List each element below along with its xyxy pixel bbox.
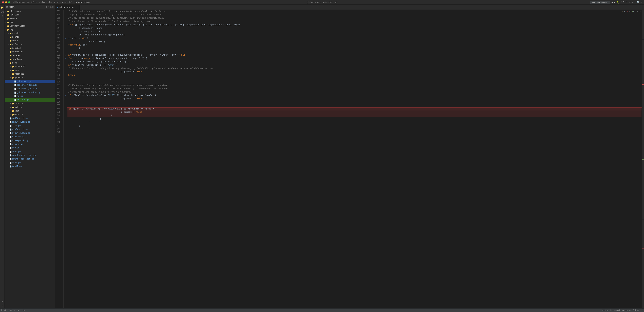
- tab-gdbserver[interactable]: ● gdbserver.go ✕: [55, 5, 80, 10]
- code-line-314[interactable]: p.conn.conn = conn: [67, 26, 642, 30]
- tree-item-astutil[interactable]: ▸📁astutil: [5, 31, 55, 35]
- code-line-323[interactable]: for _, v := range strings.Split(string(v…: [67, 57, 642, 60]
- tree-item-pkg[interactable]: ▾📂pkg: [5, 28, 55, 31]
- code-line-326[interactable]: // Workaround for https://bugs.llvm.org/…: [67, 67, 642, 70]
- code-line-312[interactable]: // and Connect will be unable to functio…: [67, 20, 642, 23]
- code-line-318[interactable]: conn.Close(): [67, 40, 642, 43]
- tree-item-config[interactable]: ▸📁config: [5, 35, 55, 39]
- tree-item-breakpoints-go[interactable]: 📄breakpoints.go: [5, 139, 55, 143]
- breadcrumb-delve[interactable]: delve: [39, 1, 46, 3]
- tree-item-gdbserver-go[interactable]: 📄gdbserver.go: [5, 80, 55, 83]
- breadcrumb-gdbserver[interactable]: gdbserver.go: [75, 1, 90, 3]
- tree-item-dump-go[interactable]: 📄dump.go: [5, 150, 55, 154]
- tree-item-amd64util[interactable]: ▸📁amd64util: [5, 65, 55, 68]
- code-line-342[interactable]: }: [67, 121, 642, 124]
- code-line-319[interactable]: return nil, err: [67, 43, 642, 47]
- tree-item-fbsdutil[interactable]: ▸📁fbsdutil: [5, 72, 55, 76]
- code-line-316[interactable]: err := p.conn.handshake(p.regnames): [67, 33, 642, 37]
- code-line-309[interactable]: // Path and pid are, respectively, the p…: [67, 10, 642, 13]
- tree-item-rr_test-go[interactable]: 📄rr_test.go: [5, 98, 55, 102]
- tree-sort-icon[interactable]: ⇅: [50, 5, 52, 8]
- sidebar-icon-structure[interactable]: ≡: [0, 299, 4, 303]
- breadcrumb-github[interactable]: github.com: [12, 1, 24, 3]
- chevron-up-icon[interactable]: ∧: [637, 10, 638, 13]
- tree-item-gdbserver_windows-go[interactable]: 📄gdbserver_windows.go: [5, 91, 55, 94]
- run-icon[interactable]: ▶: [612, 1, 613, 4]
- tree-item-assets[interactable]: ▸📁assets: [5, 17, 55, 20]
- git-check-icon[interactable]: ✓: [629, 1, 631, 4]
- code-line-311[interactable]: // some stubs do not provide ways to det…: [67, 16, 642, 20]
- debug-icon[interactable]: 🐛: [616, 1, 619, 4]
- code-line-331[interactable]: // Workaround for darwin arm64. Apple's …: [67, 84, 642, 87]
- git-diff-icon[interactable]: ✎: [632, 1, 633, 4]
- tree-item-disasm-go[interactable]: 📄disasm.go: [5, 143, 55, 146]
- sidebar-icon-favorites[interactable]: ★: [0, 304, 4, 308]
- code-line-336[interactable]: }: [67, 100, 642, 104]
- code-line-343[interactable]: }: [67, 124, 642, 127]
- tree-item-dwarf[interactable]: ▸📁dwarf: [5, 39, 55, 43]
- tree-item-gdbserial[interactable]: ▾📂gdbserial: [5, 76, 55, 80]
- sidebar-icon-commit[interactable]: ⎇: [0, 10, 4, 14]
- tree-item-arm64_arch-go[interactable]: 📄arm64_arch.go: [5, 128, 55, 131]
- tree-item-arm64_disasm-go[interactable]: 📄arm64_disasm.go: [5, 131, 55, 135]
- chevron-down-icon[interactable]: ∨: [640, 10, 641, 13]
- add-configuration-button[interactable]: Add Configuration...: [590, 1, 610, 4]
- tree-item-gdbserver_conn-go[interactable]: 📄gdbserver_conn.go: [5, 83, 55, 87]
- tree-item-gobuild[interactable]: ▸📁gobuild: [5, 46, 55, 50]
- code-line-334[interactable]: if v[len( v: "version:"):] == "1200" && …: [67, 94, 642, 97]
- tree-item-amd64_disasm-go[interactable]: 📄amd64_disasm.go: [5, 120, 55, 124]
- tree-item-_fixtures[interactable]: ▸📁_fixtures: [5, 9, 55, 13]
- tree-sync-icon[interactable]: ⊙: [46, 5, 47, 8]
- tree-item-test[interactable]: ▸📁test: [5, 109, 55, 113]
- tree-item-dwarf_export_test-go[interactable]: 📄dwarf_export_test.go: [5, 154, 55, 157]
- code-line-315[interactable]: p.conn.pid = pid: [67, 30, 642, 33]
- coverage-icon[interactable]: ⚡: [620, 1, 622, 4]
- tree-item-locspec[interactable]: ▸📁locspec: [5, 54, 55, 57]
- code-line-321[interactable]: .: [67, 50, 642, 53]
- code-line-344[interactable]: .: [67, 127, 642, 131]
- code-line-317[interactable]: if err != nil {: [67, 37, 642, 40]
- tree-item-dwarf_expr_test-go[interactable]: 📄dwarf_expr_test.go: [5, 157, 55, 161]
- tree-item-arch-go[interactable]: 📄arch.go: [5, 124, 55, 128]
- tree-item-rr-go[interactable]: 📄rr.go: [5, 94, 55, 98]
- tree-item-_scripts[interactable]: ▸📁_scripts: [5, 13, 55, 17]
- tree-item-proc[interactable]: ▾📂proc: [5, 61, 55, 65]
- tree-item-fcall-go[interactable]: 📄fcall.go: [5, 164, 55, 168]
- code-line-327[interactable]: p.gcmdok = false: [67, 70, 642, 74]
- sidebar-icon-pull-requests[interactable]: ⤴: [0, 14, 4, 18]
- close-button[interactable]: [2, 1, 4, 3]
- code-line-341[interactable]: }: [67, 117, 642, 121]
- code-line-324[interactable]: if strings.HasPrefix(v, prefix: "version…: [67, 60, 642, 63]
- tree-item-goversion[interactable]: ▸📁goversion: [5, 50, 55, 54]
- tree-item-cmd[interactable]: ▸📁cmd: [5, 20, 55, 24]
- search-icon[interactable]: 🔍: [637, 1, 640, 4]
- tree-item-doc-go[interactable]: 📄doc.go: [5, 146, 55, 150]
- ok-status[interactable]: ✓ 84: [21, 309, 25, 311]
- breadcrumb-gdbserial[interactable]: gdbserial: [62, 1, 72, 3]
- code-line-330[interactable]: .: [67, 80, 642, 84]
- code-line-338[interactable]: if v[len( v: "version:"):] == "1205" && …: [67, 107, 642, 111]
- code-line-335[interactable]: p.gcmdok = false: [67, 97, 642, 100]
- code-line-337[interactable]: .: [67, 104, 642, 107]
- git-push-icon[interactable]: ↑: [634, 1, 636, 4]
- editor-content[interactable]: ⚠ 20 ⚠ 18 ✓ 84 ∧ ∨ 309310311312313314315…: [55, 10, 644, 308]
- minimize-button[interactable]: [5, 1, 7, 3]
- breadcrumb-proc[interactable]: proc: [54, 1, 59, 3]
- code-line-339[interactable]: p.gcmdok = false: [67, 111, 642, 114]
- tree-item-bininfo-go[interactable]: 📄bininfo.go: [5, 135, 55, 139]
- sidebar-icon-project[interactable]: 📁: [0, 5, 4, 9]
- code-line-322[interactable]: if verbuf, err := p.conn.exec([]byte("$q…: [67, 53, 642, 57]
- tree-item-logflags[interactable]: ▸📁logflags: [5, 57, 55, 61]
- maximize-button[interactable]: [8, 1, 10, 3]
- code-line-345[interactable]: .: [67, 131, 642, 134]
- tree-item-amd64_arch-go[interactable]: 📄amd64_arch.go: [5, 117, 55, 120]
- tree-item-linutil[interactable]: ▸📁linutil: [5, 102, 55, 105]
- tree-item-Documentation[interactable]: ▸📁Documentation: [5, 24, 55, 28]
- code-line-333[interactable]: // registers are empty / an E74 error is…: [67, 90, 642, 94]
- code-line-332[interactable]: // with not selecting the correct thread…: [67, 87, 642, 90]
- code-line-325[interactable]: if v[len( v: "version:"):] == "902" {: [67, 63, 642, 67]
- code-line-313[interactable]: func (p *gdbProcess) Connect(conn net.Co…: [67, 23, 642, 26]
- code-line-329[interactable]: }: [67, 77, 642, 80]
- tree-item-native[interactable]: ▸📁native: [5, 105, 55, 109]
- stop-icon[interactable]: ■: [614, 1, 616, 4]
